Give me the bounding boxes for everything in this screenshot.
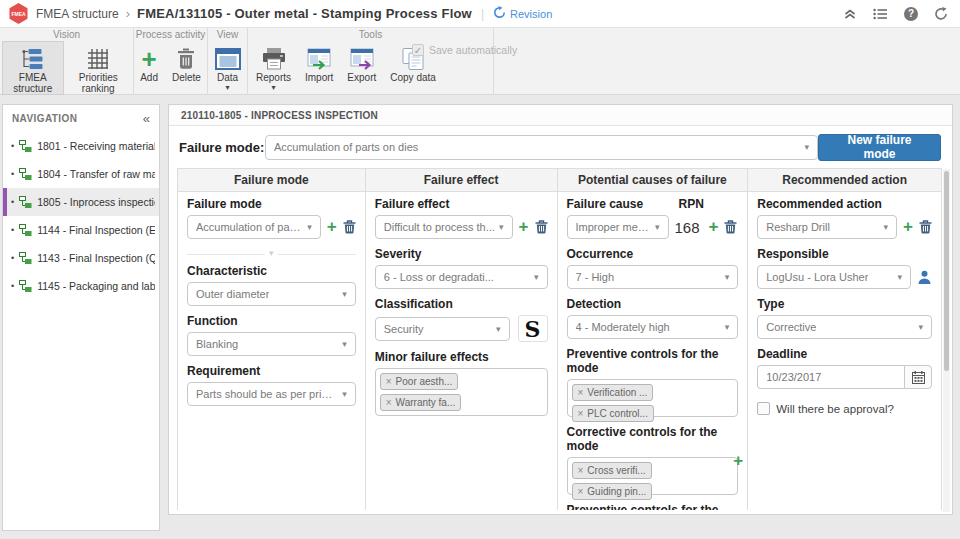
add-cause-block-icon[interactable]: + <box>733 454 743 468</box>
fmea-table: Failure mode Failure effect Potential ca… <box>177 168 942 510</box>
new-failure-mode-button[interactable]: New failure mode <box>818 134 941 161</box>
nav-item-1801[interactable]: • 1801 - Receiving material and ins <box>3 132 159 160</box>
tag[interactable]: × Poor aesth... <box>380 373 459 390</box>
bullet-icon: • <box>11 142 14 151</box>
printer-icon <box>261 45 287 72</box>
import-button[interactable]: Import <box>299 41 339 93</box>
list-view-icon[interactable] <box>873 8 888 20</box>
dropdown-caret-icon: ▾ <box>272 83 276 92</box>
person-icon[interactable] <box>917 270 932 284</box>
title-separator: | <box>481 7 484 21</box>
ribbon-group-process-activity: Process activity + Add Delete <box>134 28 208 94</box>
failure-mode-bar-label: Failure mode: <box>179 140 265 155</box>
responsible-select[interactable]: LogUsu - Lora Usher ▾ <box>757 265 911 289</box>
help-icon[interactable]: ? <box>904 7 918 21</box>
approval-label: Will there be approval? <box>776 403 894 415</box>
process-flow-icon <box>19 168 32 180</box>
remove-tag-icon[interactable]: × <box>578 409 584 419</box>
delete-failure-effect-icon[interactable] <box>535 220 548 234</box>
calendar-icon[interactable] <box>904 365 932 389</box>
navigation-header: NAVIGATION « <box>3 105 159 132</box>
failure-cause-select[interactable]: Improper method of p... ▾ <box>567 215 669 239</box>
vertical-scrollbar[interactable] <box>943 169 950 512</box>
nav-item-1805[interactable]: • 1805 - Inprocess inspection <box>3 188 159 216</box>
approval-checkbox[interactable] <box>757 402 770 415</box>
delete-button[interactable]: Delete <box>166 41 207 92</box>
nav-item-1143[interactable]: • 1143 - Final Inspection (Qlty) <box>3 244 159 272</box>
button-caption: Add <box>140 72 158 83</box>
corrective-mode-tagbox: × Cross verifi... × Guiding pin... <box>567 457 739 495</box>
process-flow-icon <box>19 196 32 208</box>
rpn-value: 168 <box>675 219 703 236</box>
revision-button[interactable]: Revision <box>493 6 552 21</box>
occurrence-select[interactable]: 7 - High ▾ <box>567 265 739 289</box>
save-automatically-checkbox[interactable]: ✓ <box>412 44 424 56</box>
recommended-action-select[interactable]: Resharp Drill ▾ <box>757 215 897 239</box>
scrollbar-thumb[interactable] <box>944 171 949 371</box>
button-caption: Export <box>347 72 376 83</box>
field-label: Failure mode <box>187 197 356 211</box>
data-button[interactable]: Data ▾ <box>209 41 247 93</box>
failure-mode-select[interactable]: Accumulation of parts on dies ▾ <box>265 135 818 160</box>
tag[interactable]: × PLC control... <box>572 405 654 422</box>
field-label: Function <box>187 314 356 328</box>
bullet-icon: • <box>11 198 14 207</box>
remove-tag-icon[interactable]: × <box>386 398 392 408</box>
add-failure-cause-icon[interactable]: + <box>709 220 719 234</box>
tag[interactable]: × Guiding pin... <box>572 483 653 500</box>
detection-select[interactable]: 4 - Moderately high ▾ <box>567 315 739 339</box>
ribbon-group-label: Vision <box>0 28 133 41</box>
failure-mode-cell-select[interactable]: Accumulation of part... ▾ <box>187 215 321 239</box>
deadline-input[interactable] <box>757 365 904 389</box>
fmea-structure-button[interactable]: FMEA structure <box>2 41 64 95</box>
severity-select[interactable]: 6 - Loss or degradati... ▾ <box>375 265 548 289</box>
tag[interactable]: × Cross verifi... <box>572 462 652 479</box>
nav-item-1144[interactable]: • 1144 - Final Inspection (Eng) <box>3 216 159 244</box>
priorities-ranking-button[interactable]: Priorities ranking <box>66 41 132 95</box>
button-caption: Priorities ranking <box>72 72 126 94</box>
delete-failure-cause-icon[interactable] <box>724 220 737 234</box>
characteristic-select[interactable]: Outer diameter ▾ <box>187 282 356 306</box>
button-caption: FMEA structure <box>8 72 58 94</box>
nav-item-1145[interactable]: • 1145 - Packaging and labeling <box>3 272 159 300</box>
add-failure-mode-icon[interactable]: + <box>327 220 337 234</box>
tag[interactable]: × Warranty fa... <box>380 394 462 411</box>
collapse-caret-icon: ▾ <box>265 248 278 259</box>
revision-sync-icon <box>493 6 506 21</box>
add-failure-effect-icon[interactable]: + <box>519 220 529 234</box>
remove-tag-icon[interactable]: × <box>578 487 584 497</box>
remove-tag-icon[interactable]: × <box>386 377 392 387</box>
caret-down-icon: ▾ <box>918 322 923 332</box>
bullet-icon: • <box>11 226 14 235</box>
requirement-select[interactable]: Parts should be as per print drawing. ▾ <box>187 382 356 406</box>
collapse-divider[interactable]: ▾ <box>187 254 356 255</box>
remove-tag-icon[interactable]: × <box>578 466 584 476</box>
add-action-icon[interactable]: + <box>903 220 913 234</box>
table-header-row: Failure mode Failure effect Potential ca… <box>178 168 942 192</box>
process-flow-icon <box>19 252 32 264</box>
breadcrumb-root[interactable]: FMEA structure <box>36 7 119 21</box>
field-label: Failure effect <box>375 197 548 211</box>
nav-item-1804[interactable]: • 1804 - Transfer of raw materials <box>3 160 159 188</box>
reports-button[interactable]: Reports ▾ <box>250 41 297 93</box>
field-label: Failure cause <box>567 197 679 211</box>
collapse-all-icon[interactable] <box>843 7 857 20</box>
caret-down-icon: ▾ <box>897 272 902 282</box>
collapse-panel-icon[interactable]: « <box>143 111 150 126</box>
classification-select[interactable]: Security ▾ <box>375 317 510 341</box>
add-button[interactable]: + Add <box>134 41 164 92</box>
column-header-failure-mode: Failure mode <box>178 169 366 191</box>
refresh-icon[interactable] <box>934 7 948 21</box>
function-select[interactable]: Blanking ▾ <box>187 332 356 356</box>
tag[interactable]: × Verification ... <box>572 384 654 401</box>
export-button[interactable]: Export <box>341 41 382 93</box>
caret-down-icon: ▾ <box>499 222 504 232</box>
failure-effect-select[interactable]: Difficult to process th... ▾ <box>375 215 513 239</box>
remove-tag-icon[interactable]: × <box>578 388 584 398</box>
delete-action-icon[interactable] <box>919 220 932 234</box>
type-select[interactable]: Corrective ▾ <box>757 315 932 339</box>
data-window-icon <box>215 45 241 72</box>
delete-failure-mode-icon[interactable] <box>343 220 356 234</box>
nav-item-label: 1801 - Receiving material and ins <box>37 140 155 152</box>
tree-structure-icon <box>20 45 45 72</box>
